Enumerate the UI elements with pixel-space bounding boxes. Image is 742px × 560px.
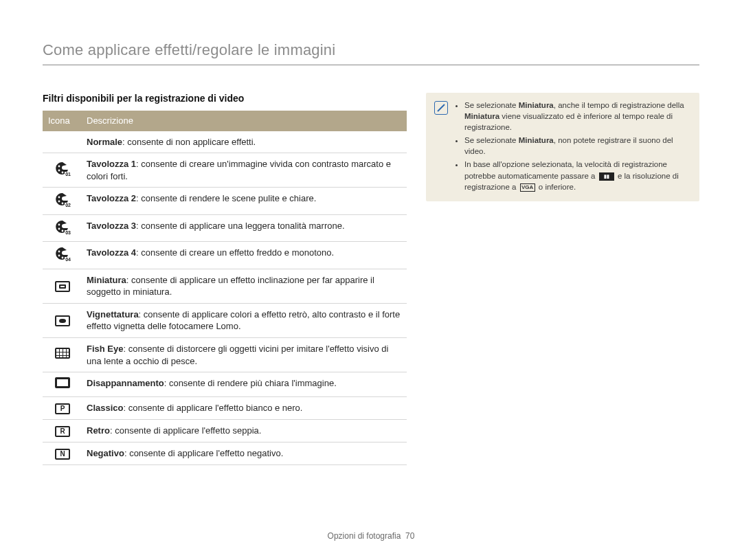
page-title: Come applicare effetti/regolare le immag… (43, 41, 699, 65)
svg-point-2 (58, 166, 60, 168)
table-row: 04 Tavolozza 4: consente di creare un ef… (43, 242, 407, 269)
filter-name: Normale (87, 137, 122, 147)
retro-icon: R (55, 426, 70, 437)
note-item: Se selezionate Miniatura, non potete reg… (464, 135, 690, 157)
filter-desc: : consente di applicare una leggera tona… (136, 221, 345, 231)
filter-name: Tavolozza 4 (87, 247, 136, 258)
col-header-icon: Icona (43, 111, 81, 131)
table-row: Disappannamento: consente di rendere più… (43, 372, 407, 397)
palette-3-icon: 03 (55, 220, 70, 234)
table-row: 03 Tavolozza 3: consente di applicare un… (43, 214, 407, 242)
note-item: In base all'opzione selezionata, la velo… (464, 159, 690, 192)
footer-label: Opzioni di fotografia (328, 531, 401, 541)
table-row: R Retro: consente di applicare l'effetto… (43, 419, 407, 442)
filter-desc: : consente di applicare un effetto incli… (87, 275, 374, 298)
svg-point-8 (58, 223, 60, 225)
table-row: N Negativo: consente di applicare l'effe… (43, 442, 407, 464)
filter-desc: : consente di applicare l'effetto negati… (124, 448, 283, 458)
filters-table: Icona Descrizione OFF Normale: consente … (43, 111, 407, 465)
filter-desc: : consente di distorcere gli oggetti vic… (87, 344, 388, 366)
filter-name: Fish Eye (87, 344, 123, 354)
page-footer: Opzioni di fotografia 70 (0, 531, 742, 541)
filter-name: Vignettatura (87, 309, 139, 320)
palette-2-icon: 02 (55, 192, 70, 206)
note-box: Se selezionate Miniatura, anche il tempo… (426, 93, 699, 201)
svg-point-3 (58, 170, 60, 172)
miniature-icon (55, 281, 70, 292)
classic-icon: P (55, 403, 70, 414)
filter-name: Negativo (87, 448, 124, 458)
filter-desc: : consente di creare un effetto freddo e… (136, 247, 334, 258)
table-row: Fish Eye: consente di distorcere gli ogg… (43, 338, 407, 372)
palette-4-icon: 04 (55, 247, 70, 260)
filter-desc: : consente di non applicare effetti. (122, 137, 256, 147)
svg-point-9 (58, 227, 60, 229)
filter-name: Disappannamento (87, 378, 164, 388)
table-row: Vignettatura: consente di applicare colo… (43, 303, 407, 337)
vga-icon: VGA (520, 183, 535, 192)
negative-icon: N (55, 449, 70, 460)
svg-point-10 (62, 229, 64, 232)
table-row: P Classico: consente di applicare l'effe… (43, 396, 407, 419)
table-row: Miniatura: consente di applicare un effe… (43, 269, 407, 303)
footer-page-number: 70 (405, 531, 414, 541)
svg-point-11 (58, 251, 60, 253)
filter-desc: : consente di rendere le scene pulite e … (136, 193, 316, 203)
filter-desc: : consente di rendere più chiara l'immag… (164, 378, 337, 388)
filter-name: Retro (87, 425, 110, 436)
svg-point-4 (62, 172, 64, 174)
vignette-icon (55, 315, 70, 326)
svg-point-5 (58, 197, 60, 199)
svg-point-12 (58, 255, 60, 257)
col-header-desc: Descrizione (81, 111, 407, 131)
section-subheading: Filtri disponibili per la registrazione … (43, 93, 407, 104)
note-info-icon (434, 101, 448, 115)
filter-name: Tavolozza 2 (87, 193, 136, 203)
filter-desc: : consente di applicare l'effetto bianco… (123, 403, 302, 413)
svg-rect-14 (437, 104, 440, 107)
filter-name: Classico (87, 403, 123, 413)
filter-name: Miniatura (87, 275, 126, 285)
svg-point-7 (62, 203, 64, 205)
filter-desc: : consente di applicare l'effetto seppia… (110, 425, 262, 436)
table-row: 01 Tavolozza 1: consente di creare un'im… (43, 153, 407, 188)
defog-icon (55, 377, 70, 388)
fps-icon: ▮▮ (599, 172, 614, 181)
fisheye-icon (55, 348, 70, 359)
table-row: OFF Normale: consente di non applicare e… (43, 131, 407, 153)
svg-point-13 (62, 257, 64, 259)
filter-name: Tavolozza 1 (87, 159, 136, 169)
svg-point-6 (58, 201, 60, 203)
note-item: Se selezionate Miniatura, anche il tempo… (464, 100, 690, 133)
table-row: 02 Tavolozza 2: consente di rendere le s… (43, 188, 407, 215)
palette-1-icon: 01 (55, 161, 70, 175)
filter-name: Tavolozza 3 (87, 221, 136, 231)
